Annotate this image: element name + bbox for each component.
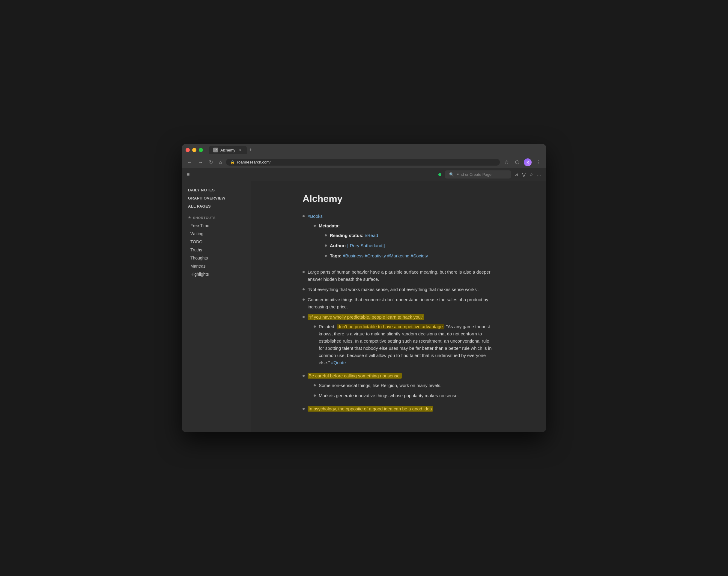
more-options-icon[interactable]: … [537,172,541,177]
sidebar-item-highlights[interactable]: Highlights [184,270,248,278]
address-bar[interactable]: 🔒 roamresearch.com/ [226,159,500,166]
minimize-button[interactable] [192,148,196,152]
creativity-tag[interactable]: #Creativity [365,253,387,258]
business-tag[interactable]: #Business [343,253,365,258]
search-icon: 🔍 [449,172,454,177]
bullet-content: Related: don't be predictable to have a … [319,323,494,366]
tab-favicon: R [213,148,218,152]
sidebar-item-writing[interactable]: Writing [184,230,248,238]
bullet-content: Author: [[Rory Sutherland]] [330,242,494,249]
nested-list: Metadata: Reading status: #Read [308,222,494,262]
nested-list: Some non-sensical things, like Religion,… [308,382,494,399]
list-item: Reading status: #Read [325,232,494,239]
marketing-tag[interactable]: #Marketing [387,253,411,258]
quote-tag[interactable]: #Quote [331,360,346,365]
related-prefix: Related: [319,324,337,329]
bullet-dot [303,288,305,290]
page-title: Alchemy [303,193,494,204]
related-highlight: don't be predictable to have a competiti… [337,324,444,329]
bullet-text: Large parts of human behavior have a pla… [308,269,490,282]
filter-icon[interactable]: ⊿ [515,172,518,177]
browser-tab[interactable]: R Alchemy × [209,146,247,154]
bullet-dot [303,408,305,410]
bullet-dot [314,225,316,227]
nonsense-highlight: Be careful before calling something nons… [308,373,402,379]
menu-button[interactable]: ⋮ [534,158,542,167]
read-tag[interactable]: #Read [365,233,378,238]
list-item: "If you have wholly predictable, people … [303,314,494,369]
bullet-dot [314,384,316,386]
related-text: : "As any game theorist knows, there is … [319,324,492,365]
bookmark-button[interactable]: ☆ [502,158,511,167]
back-button[interactable]: ← [186,159,194,166]
search-box[interactable]: 🔍 Find or Create Page [445,170,511,178]
bullet-content: Tags: #Business #Creativity #Marketing #… [330,252,494,259]
sidebar-item-mantras[interactable]: Mantras [184,262,248,270]
avatar[interactable]: R [524,159,532,166]
tab-close-button[interactable]: × [238,148,243,152]
bullet-content: "If you have wholly predictable, people … [308,314,494,369]
url-text: roamresearch.com/ [237,160,496,164]
bullet-content: Be careful before calling something nons… [308,372,494,402]
bullet-text: Counter intuitive things that economist … [308,297,488,309]
psychology-highlight: In psychology, the opposite of a good id… [308,406,433,412]
cast-button[interactable]: ⬡ [513,158,521,167]
list-item: Counter intuitive things that economist … [303,296,494,311]
books-tag[interactable]: #Books [308,213,323,219]
home-button[interactable]: ⌂ [217,159,224,166]
sidebar-item-graph-overview[interactable]: GRAPH OVERVIEW [182,194,251,202]
sidebar-item-thoughts[interactable]: Thoughts [184,254,248,262]
new-tab-button[interactable]: + [249,147,252,153]
society-tag[interactable]: #Society [411,253,428,258]
bullet-content: Reading status: #Read [330,232,494,239]
sidebar-item-truths[interactable]: Truths [184,246,248,254]
star-icon[interactable]: ☆ [529,172,533,177]
bullet-dot [325,255,327,257]
highlighted-quote: "If you have wholly predictable, people … [308,314,424,320]
sidebar-item-all-pages[interactable]: ALL PAGES [182,202,251,210]
sidebar-item-todo[interactable]: TODO [184,238,248,246]
search-placeholder: Find or Create Page [456,172,491,177]
bullet-dot [314,395,316,397]
app-topbar: ≡ 🔍 Find or Create Page ⊿ ⋁ ☆ … [182,168,546,181]
refresh-button[interactable]: ↻ [207,158,215,166]
bullet-content: Large parts of human behavior have a pla… [308,268,494,283]
sidebar-toggle[interactable]: ≡ [187,172,189,177]
traffic-lights [186,148,203,152]
tab-area: R Alchemy × + [209,146,542,154]
sidebar-item-free-time[interactable]: Free Time [184,222,248,230]
tags-label: Tags: [330,253,343,258]
title-bar: R Alchemy × + [182,144,546,156]
list-item: Tags: #Business #Creativity #Marketing #… [325,252,494,259]
topbar-right: 🔍 Find or Create Page ⊿ ⋁ ☆ … [438,170,541,178]
maximize-button[interactable] [199,148,203,152]
list-item: Be careful before calling something nons… [303,372,494,402]
bullet-list: #Books Metadata: [303,213,494,412]
shortcuts-header: ★ SHORTCUTS [182,213,251,222]
sidebar-item-daily-notes[interactable]: DAILY NOTES [182,186,251,194]
tab-title: Alchemy [220,148,235,152]
bullet-content: In psychology, the opposite of a good id… [308,405,494,412]
author-link[interactable]: [[Rory Sutherland]] [347,243,385,248]
list-item: "Not everything that works makes sense, … [303,286,494,293]
nav-actions: ☆ ⬡ R ⋮ [502,158,542,167]
app-wrapper: ≡ 🔍 Find or Create Page ⊿ ⋁ ☆ … DAILY NO… [182,168,546,432]
list-item: Related: don't be predictable to have a … [314,323,494,366]
list-item: Metadata: Reading status: #Read [314,222,494,262]
bullet-dot [314,325,316,327]
bullet-dot [303,375,305,377]
bullet-dot [325,234,327,236]
forward-button[interactable]: → [196,159,205,166]
close-button[interactable] [186,148,190,152]
bullet-dot [303,215,305,217]
bullet-text: Markets generate innovative things whose… [319,393,459,398]
bullet-content: Counter intuitive things that economist … [308,296,494,311]
content-area[interactable]: Alchemy #Books [251,181,546,432]
bullet-content: #Books Metadata: [308,213,494,265]
nav-bar: ← → ↻ ⌂ 🔒 roamresearch.com/ ☆ ⬡ R ⋮ [182,156,546,168]
author-label: Author: [330,243,347,248]
bullet-content: Markets generate innovative things whose… [319,392,494,399]
funnel-icon[interactable]: ⋁ [522,172,526,177]
sync-status-dot [438,173,442,176]
sidebar: DAILY NOTES GRAPH OVERVIEW ALL PAGES ★ S… [182,181,251,432]
